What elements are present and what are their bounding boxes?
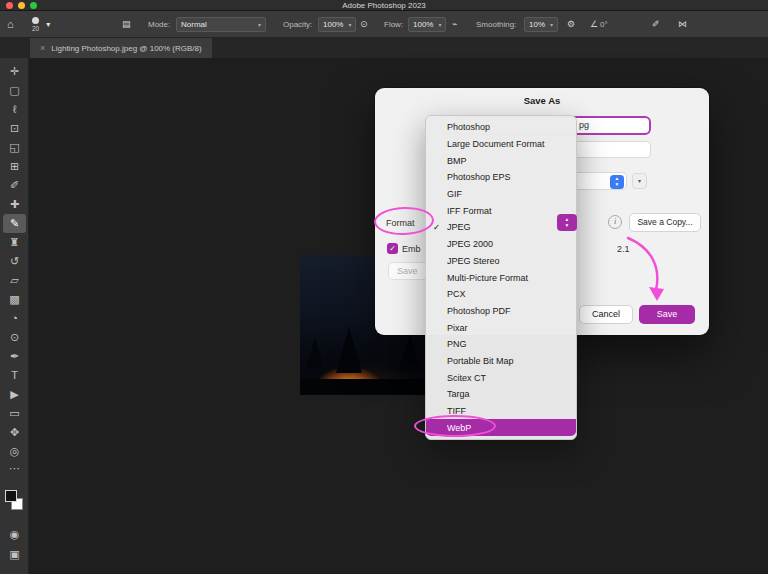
screen-mode-icon[interactable]: ▣ bbox=[3, 548, 26, 561]
format-option-jpeg[interactable]: ✓JPEG bbox=[426, 219, 576, 236]
edit-toolbar-icon[interactable]: ⋯ bbox=[3, 462, 26, 475]
format-option-photoshop[interactable]: Photoshop bbox=[426, 119, 576, 136]
info-icon[interactable]: i bbox=[608, 215, 622, 229]
format-option-pixar[interactable]: Pixar bbox=[426, 319, 576, 336]
quick-mask-icon[interactable]: ◉ bbox=[3, 528, 26, 541]
tab-bar: × Lighting Photoshop.jpeg @ 100% (RGB/8) bbox=[0, 38, 768, 58]
format-option-targa[interactable]: Targa bbox=[426, 386, 576, 403]
foreground-color-swatch[interactable] bbox=[5, 490, 17, 502]
embed-profile-label: Emb bbox=[402, 244, 421, 254]
eraser-tool[interactable]: ▱ bbox=[3, 271, 26, 290]
format-option-label: Scitex CT bbox=[447, 373, 486, 383]
format-option-label: Photoshop bbox=[447, 122, 490, 132]
type-tool[interactable]: T bbox=[3, 366, 26, 385]
format-option-label: PNG bbox=[447, 339, 467, 349]
format-option-label: TIFF bbox=[447, 406, 466, 416]
frame-tool[interactable]: ⊞ bbox=[3, 157, 26, 176]
home-icon[interactable]: ⌂ bbox=[7, 18, 14, 30]
pressure-size-icon[interactable]: ✐ bbox=[652, 19, 660, 29]
crop-tool[interactable]: ◱ bbox=[3, 138, 26, 157]
clone-stamp-tool[interactable]: ♜ bbox=[3, 233, 26, 252]
brush-size-value: 20 bbox=[32, 25, 39, 32]
format-option-scitex-ct[interactable]: Scitex CT bbox=[426, 369, 576, 386]
format-option-png[interactable]: PNG bbox=[426, 336, 576, 353]
format-option-photoshop-eps[interactable]: Photoshop EPS bbox=[426, 169, 576, 186]
titlebar: Adobe Photoshop 2023 bbox=[0, 0, 768, 11]
brush-angle-control[interactable]: ∠ 0° bbox=[590, 11, 608, 37]
rectangle-tool[interactable]: ▭ bbox=[3, 404, 26, 423]
format-option-iff-format[interactable]: IFF Format bbox=[426, 202, 576, 219]
options-bar: ⌂ 20 ▾ ▤ Mode: Normal ▾ Opacity: 100% ▾ … bbox=[0, 11, 768, 38]
format-option-jpeg-stereo[interactable]: JPEG Stereo bbox=[426, 253, 576, 270]
brush-tool[interactable]: ✎ bbox=[3, 214, 26, 233]
chevron-down-icon: ▾ bbox=[550, 21, 553, 28]
hand-tool[interactable]: ✥ bbox=[3, 423, 26, 442]
chevron-down-icon: ▾ bbox=[638, 178, 641, 184]
smoothing-dropdown[interactable]: 10% ▾ bbox=[524, 17, 558, 32]
cancel-button[interactable]: Cancel bbox=[579, 305, 633, 324]
object-selection-tool[interactable]: ⊡ bbox=[3, 119, 26, 138]
format-option-label: Portable Bit Map bbox=[447, 356, 514, 366]
dodge-tool[interactable]: ⊙ bbox=[3, 328, 26, 347]
zoom-tool[interactable]: ◎ bbox=[3, 442, 26, 461]
opacity-dropdown[interactable]: 100% ▾ bbox=[318, 17, 356, 32]
format-option-webp[interactable]: WebP bbox=[426, 419, 576, 436]
save-a-copy-button[interactable]: Save a Copy... bbox=[629, 213, 701, 232]
format-option-pcx[interactable]: PCX bbox=[426, 286, 576, 303]
flow-label: Flow: bbox=[384, 20, 403, 29]
angle-icon: ∠ bbox=[590, 19, 598, 29]
format-option-tiff[interactable]: TIFF bbox=[426, 403, 576, 420]
format-option-label: WebP bbox=[447, 423, 471, 433]
format-option-multi-picture-format[interactable]: Multi-Picture Format bbox=[426, 269, 576, 286]
path-selection-tool[interactable]: ▶ bbox=[3, 385, 26, 404]
document-tab-title: Lighting Photoshop.jpeg @ 100% (RGB/8) bbox=[51, 44, 201, 53]
close-tab-icon[interactable]: × bbox=[40, 43, 45, 53]
document-tab[interactable]: × Lighting Photoshop.jpeg @ 100% (RGB/8) bbox=[30, 38, 212, 58]
format-option-label: JPEG bbox=[447, 222, 471, 232]
pen-tool[interactable]: ✒ bbox=[3, 347, 26, 366]
flow-dropdown[interactable]: 100% ▾ bbox=[408, 17, 446, 32]
move-tool[interactable]: ✛ bbox=[3, 62, 26, 81]
marquee-tool[interactable]: ▢ bbox=[3, 81, 26, 100]
format-option-large-document-format[interactable]: Large Document Format bbox=[426, 136, 576, 153]
symmetry-icon[interactable]: ⋈ bbox=[678, 19, 687, 29]
opacity-value: 100% bbox=[323, 20, 343, 29]
format-option-label: IFF Format bbox=[447, 206, 492, 216]
format-option-label: Targa bbox=[447, 389, 470, 399]
format-menu-list: PhotoshopLarge Document FormatBMPPhotosh… bbox=[425, 115, 577, 440]
opacity-label: Opacity: bbox=[283, 20, 312, 29]
lasso-tool[interactable]: ℓ bbox=[3, 100, 26, 119]
brush-settings-panel-icon[interactable]: ▤ bbox=[122, 19, 131, 29]
brush-preset-picker[interactable]: 20 ▾ bbox=[32, 11, 54, 37]
blur-tool[interactable]: ◔ bbox=[3, 309, 26, 328]
format-option-portable-bit-map[interactable]: Portable Bit Map bbox=[426, 353, 576, 370]
healing-brush-tool[interactable]: ✚ bbox=[3, 195, 26, 214]
history-brush-tool[interactable]: ↺ bbox=[3, 252, 26, 271]
format-option-label: GIF bbox=[447, 189, 462, 199]
expand-dialog-button[interactable]: ▾ bbox=[632, 173, 647, 189]
mode-dropdown[interactable]: Normal ▾ bbox=[176, 17, 266, 32]
app-title: Adobe Photoshop 2023 bbox=[0, 0, 768, 11]
format-option-label: PCX bbox=[447, 289, 466, 299]
embed-profile-checkbox[interactable]: ✓ bbox=[387, 243, 398, 254]
chevron-down-icon: ▾ bbox=[258, 21, 261, 28]
format-option-photoshop-pdf[interactable]: Photoshop PDF bbox=[426, 303, 576, 320]
save-button[interactable]: Save bbox=[639, 305, 695, 324]
smoothing-options-gear-icon[interactable]: ⚙ bbox=[567, 19, 575, 29]
chevron-down-icon: ▾ bbox=[42, 17, 54, 32]
pressure-opacity-icon[interactable]: ⊙ bbox=[360, 19, 368, 29]
dialog-title: Save As bbox=[375, 95, 709, 106]
format-popup-stepper-icon[interactable]: ▴ ▾ bbox=[557, 214, 577, 231]
gradient-tool[interactable]: ▩ bbox=[3, 290, 26, 309]
format-option-gif[interactable]: GIF bbox=[426, 186, 576, 203]
chevron-down-icon: ▾ bbox=[438, 21, 441, 28]
smoothing-label: Smoothing: bbox=[476, 20, 516, 29]
format-option-bmp[interactable]: BMP bbox=[426, 152, 576, 169]
format-option-jpeg-2000[interactable]: JPEG 2000 bbox=[426, 236, 576, 253]
flow-value: 100% bbox=[413, 20, 433, 29]
color-profile-text: 2.1 bbox=[617, 244, 630, 254]
airbrush-icon[interactable]: ⌁ bbox=[452, 19, 457, 29]
angle-value: 0° bbox=[600, 20, 608, 29]
location-stepper-icon: ▴ ▾ bbox=[610, 175, 624, 189]
eyedropper-tool[interactable]: ✐ bbox=[3, 176, 26, 195]
